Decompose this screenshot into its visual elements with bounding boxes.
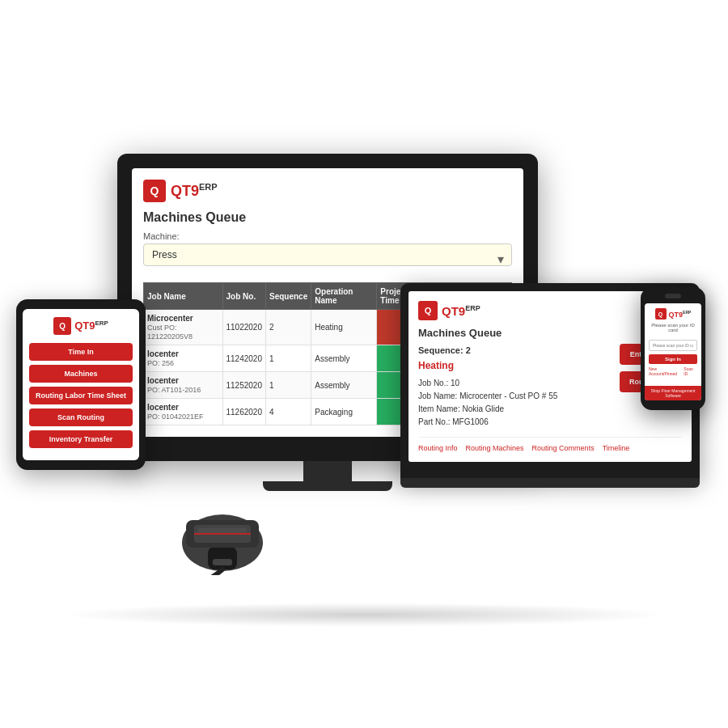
cell-job-no: 11262020: [222, 399, 266, 425]
svg-rect-4: [194, 533, 251, 535]
cell-job-name: locenterPO: 256: [144, 345, 223, 372]
phone: Q QT9ERP Please scan your ID card Sign I…: [641, 287, 705, 410]
part-no-value: MFG1006: [452, 417, 488, 426]
job-no-value: 10: [451, 379, 459, 387]
cell-op: Packaging: [311, 399, 377, 425]
phone-scan-id-link[interactable]: Scan ID: [684, 366, 697, 376]
tablet: Q QT9ERP Time In Machines Routing Labor …: [16, 299, 146, 470]
scene: Q QT9ERP Machines Queue Machine: Press: [0, 0, 728, 728]
item-name-value: Nokia Glide: [462, 404, 504, 413]
svg-rect-6: [198, 528, 247, 533]
tablet-logo-text: QT9ERP: [74, 320, 108, 332]
cell-job-name: locenterPO: 01042021EF: [144, 399, 223, 425]
tab-routing-info[interactable]: Routing Info: [418, 444, 458, 452]
laptop-base: [400, 478, 700, 488]
cell-job-name: locenterPO: AT101-2016: [144, 372, 223, 399]
svg-rect-1: [208, 547, 237, 569]
desktop-title: Machines Queue: [143, 210, 512, 225]
job-no-label: Job No.:: [418, 379, 448, 387]
part-no-row: Part No.: MFG1006: [418, 416, 682, 429]
svg-rect-5: [213, 559, 232, 565]
desktop-logo-text: QT9ERP: [171, 182, 218, 200]
scanner-svg: [158, 478, 287, 575]
machine-select[interactable]: Press: [143, 243, 512, 266]
tablet-frame: Q QT9ERP Time In Machines Routing Labor …: [16, 299, 146, 470]
phone-id-input[interactable]: [649, 340, 697, 351]
laptop-logo-text: QT9ERP: [442, 304, 480, 318]
tab-routing-machines[interactable]: Routing Machines: [466, 444, 524, 452]
tablet-logo: Q QT9ERP: [29, 317, 133, 335]
cell-seq: 1: [266, 372, 311, 399]
item-name-label: Item Name:: [418, 404, 460, 413]
part-no-label: Part No.:: [418, 417, 450, 426]
cell-job-no: 11022020: [222, 310, 266, 345]
phone-logo-text: QT9ERP: [669, 310, 692, 319]
job-name-value: Microcenter - Cust PO # 55: [459, 392, 557, 400]
cell-seq: 4: [266, 399, 311, 425]
phone-screen: Q QT9ERP Please scan your ID card Sign I…: [645, 303, 701, 400]
phone-logo: Q QT9ERP: [649, 308, 697, 320]
col-sequence: Sequence: [266, 283, 311, 310]
machine-label: Machine:: [143, 231, 512, 241]
barcode-scanner: [158, 478, 287, 578]
tablet-btn-time-in[interactable]: Time In: [29, 343, 133, 361]
tablet-screen: Q QT9ERP Time In Machines Routing Labor …: [23, 309, 139, 460]
tablet-app: Q QT9ERP Time In Machines Routing Labor …: [23, 309, 139, 460]
phone-app: Q QT9ERP Please scan your ID card Sign I…: [645, 303, 701, 381]
cell-job-no: 11252020: [222, 372, 266, 399]
laptop-logo-icon: Q: [418, 301, 438, 320]
ground-shadow: [61, 603, 667, 627]
monitor-stand-neck: [303, 461, 352, 481]
desktop-logo: Q QT9ERP: [143, 180, 512, 202]
desktop-logo-icon: Q: [143, 180, 166, 202]
cell-seq: 2: [266, 310, 311, 345]
cell-op: Heating: [311, 310, 377, 345]
col-operation: Operation Name: [311, 283, 377, 310]
cell-job-name: MicrocenterCust PO: 121220205V8: [144, 310, 223, 345]
phone-prompt: Please scan your ID card: [649, 323, 697, 332]
cell-op: Assembly: [311, 345, 377, 372]
phone-sign-in-button[interactable]: Sign In: [649, 354, 697, 364]
tablet-logo-icon: Q: [53, 317, 71, 335]
job-name-label: Job Name:: [418, 392, 457, 400]
phone-footer: Shop Floor Management Software: [645, 386, 701, 400]
cell-seq: 1: [266, 345, 311, 372]
tab-routing-comments[interactable]: Routing Comments: [532, 444, 595, 452]
laptop-tabs: Routing Info Routing Machines Routing Co…: [418, 437, 682, 452]
col-job-name: Job Name: [144, 283, 223, 310]
machine-select-wrapper[interactable]: Press: [143, 243, 512, 274]
tablet-btn-scan-routing[interactable]: Scan Routing: [29, 408, 133, 426]
cell-job-no: 11242020: [222, 345, 266, 372]
tab-timeline[interactable]: Timeline: [603, 444, 630, 452]
tablet-btn-machines[interactable]: Machines: [29, 365, 133, 383]
phone-camera: [665, 294, 681, 298]
cell-op: Assembly: [311, 372, 377, 399]
col-job-no: Job No.: [222, 283, 266, 310]
phone-links: New Account/Pinned Scan ID: [649, 366, 697, 376]
phone-frame: Q QT9ERP Please scan your ID card Sign I…: [641, 287, 705, 410]
phone-logo-icon: Q: [655, 308, 667, 320]
tablet-btn-routing-labor[interactable]: Routing Labor Time Sheet: [29, 387, 133, 404]
phone-new-account-link[interactable]: New Account/Pinned: [649, 366, 684, 376]
tablet-btn-inventory[interactable]: Inventory Transfer: [29, 430, 133, 448]
